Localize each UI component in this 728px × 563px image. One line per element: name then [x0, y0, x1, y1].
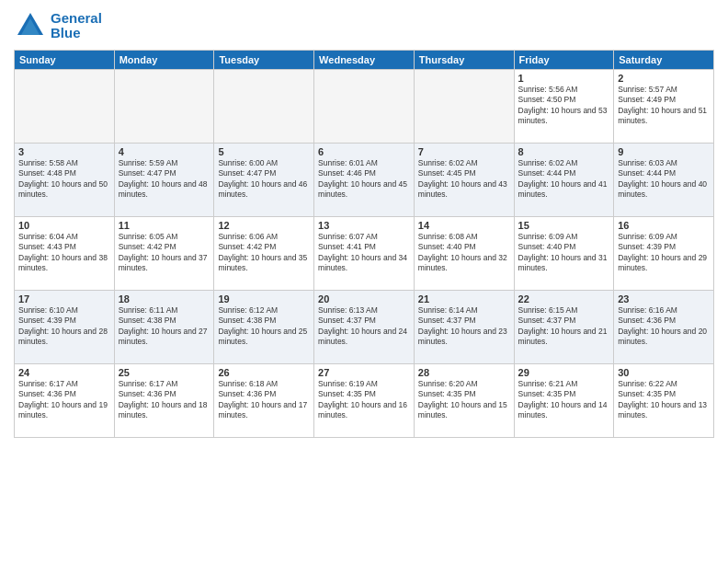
day-number: 13: [318, 220, 410, 231]
day-number: 15: [518, 220, 610, 231]
day-info: Sunrise: 6:09 AMSunset: 4:40 PMDaylight:…: [518, 232, 610, 274]
day-info: Sunrise: 6:11 AMSunset: 4:38 PMDaylight:…: [119, 305, 210, 348]
day-info: Sunrise: 6:00 AMSunset: 4:47 PMDaylight:…: [218, 158, 310, 201]
day-cell: [114, 70, 214, 144]
day-cell: 19Sunrise: 6:12 AMSunset: 4:38 PMDayligh…: [214, 291, 314, 364]
day-number: 4: [119, 146, 210, 157]
day-cell: 23Sunrise: 6:16 AMSunset: 4:36 PMDayligh…: [614, 291, 714, 364]
weekday-header-row: SundayMondayTuesdayWednesdayThursdayFrid…: [15, 51, 714, 70]
day-info: Sunrise: 6:02 AMSunset: 4:44 PMDaylight:…: [518, 158, 610, 201]
day-cell: 16Sunrise: 6:09 AMSunset: 4:39 PMDayligh…: [614, 217, 714, 291]
day-number: 9: [618, 146, 710, 157]
day-cell: 28Sunrise: 6:20 AMSunset: 4:35 PMDayligh…: [414, 364, 514, 438]
day-info: Sunrise: 6:02 AMSunset: 4:45 PMDaylight:…: [418, 158, 510, 201]
day-number: 18: [119, 293, 210, 304]
day-number: 22: [518, 293, 610, 304]
week-row-3: 10Sunrise: 6:04 AMSunset: 4:43 PMDayligh…: [15, 217, 714, 291]
day-cell: 29Sunrise: 6:21 AMSunset: 4:35 PMDayligh…: [514, 364, 614, 438]
day-number: 17: [18, 293, 110, 304]
day-cell: [214, 70, 314, 144]
day-cell: 9Sunrise: 6:03 AMSunset: 4:44 PMDaylight…: [614, 144, 714, 217]
day-info: Sunrise: 6:09 AMSunset: 4:39 PMDaylight:…: [618, 232, 710, 274]
weekday-tuesday: Tuesday: [214, 51, 314, 70]
weekday-friday: Friday: [514, 51, 614, 70]
day-number: 26: [218, 367, 310, 378]
day-cell: [414, 70, 514, 144]
day-cell: 26Sunrise: 6:18 AMSunset: 4:36 PMDayligh…: [214, 364, 314, 438]
day-number: 27: [318, 367, 410, 378]
day-info: Sunrise: 6:05 AMSunset: 4:42 PMDaylight:…: [119, 232, 210, 274]
week-row-5: 24Sunrise: 6:17 AMSunset: 4:36 PMDayligh…: [15, 364, 714, 438]
day-info: Sunrise: 5:56 AMSunset: 4:50 PMDaylight:…: [518, 85, 610, 127]
day-info: Sunrise: 6:07 AMSunset: 4:41 PMDaylight:…: [318, 232, 410, 274]
day-cell: 10Sunrise: 6:04 AMSunset: 4:43 PMDayligh…: [15, 217, 115, 291]
day-number: 20: [318, 293, 410, 304]
day-number: 16: [618, 220, 710, 231]
week-row-1: 1Sunrise: 5:56 AMSunset: 4:50 PMDaylight…: [15, 70, 714, 144]
day-number: 29: [518, 367, 610, 378]
day-cell: 18Sunrise: 6:11 AMSunset: 4:38 PMDayligh…: [114, 291, 214, 364]
day-cell: 12Sunrise: 6:06 AMSunset: 4:42 PMDayligh…: [214, 217, 314, 291]
day-number: 19: [218, 293, 310, 304]
day-number: 1: [518, 73, 610, 84]
day-number: 12: [218, 220, 310, 231]
day-info: Sunrise: 6:22 AMSunset: 4:35 PMDaylight:…: [618, 379, 710, 421]
day-info: Sunrise: 6:19 AMSunset: 4:35 PMDaylight:…: [318, 379, 410, 421]
weekday-wednesday: Wednesday: [314, 51, 415, 70]
calendar-table: SundayMondayTuesdayWednesdayThursdayFrid…: [14, 50, 714, 438]
day-number: 23: [618, 293, 710, 304]
day-info: Sunrise: 6:21 AMSunset: 4:35 PMDaylight:…: [518, 379, 610, 421]
day-cell: [15, 70, 115, 144]
day-number: 30: [618, 367, 710, 378]
day-cell: 25Sunrise: 6:17 AMSunset: 4:36 PMDayligh…: [114, 364, 214, 438]
day-cell: 4Sunrise: 5:59 AMSunset: 4:47 PMDaylight…: [114, 144, 214, 217]
logo-icon: [14, 9, 47, 42]
day-number: 7: [418, 146, 510, 157]
day-info: Sunrise: 5:58 AMSunset: 4:48 PMDaylight:…: [18, 158, 110, 201]
day-info: Sunrise: 6:01 AMSunset: 4:46 PMDaylight:…: [318, 158, 410, 201]
day-info: Sunrise: 6:17 AMSunset: 4:36 PMDaylight:…: [18, 379, 110, 421]
day-cell: 6Sunrise: 6:01 AMSunset: 4:46 PMDaylight…: [314, 144, 415, 217]
logo: General Blue: [14, 9, 102, 42]
day-info: Sunrise: 5:57 AMSunset: 4:49 PMDaylight:…: [618, 85, 710, 127]
page-header: General Blue: [14, 9, 714, 42]
day-info: Sunrise: 6:08 AMSunset: 4:40 PMDaylight:…: [418, 232, 510, 274]
weekday-thursday: Thursday: [414, 51, 514, 70]
day-cell: 5Sunrise: 6:00 AMSunset: 4:47 PMDaylight…: [214, 144, 314, 217]
page: General Blue SundayMondayTuesdayWednesda…: [0, 0, 728, 563]
day-cell: [314, 70, 415, 144]
day-cell: 20Sunrise: 6:13 AMSunset: 4:37 PMDayligh…: [314, 291, 415, 364]
day-number: 6: [318, 146, 410, 157]
day-cell: 24Sunrise: 6:17 AMSunset: 4:36 PMDayligh…: [15, 364, 115, 438]
day-number: 11: [119, 220, 210, 231]
day-info: Sunrise: 6:13 AMSunset: 4:37 PMDaylight:…: [318, 305, 410, 348]
week-row-2: 3Sunrise: 5:58 AMSunset: 4:48 PMDaylight…: [15, 144, 714, 217]
day-info: Sunrise: 6:15 AMSunset: 4:37 PMDaylight:…: [518, 305, 610, 348]
day-cell: 8Sunrise: 6:02 AMSunset: 4:44 PMDaylight…: [514, 144, 614, 217]
day-number: 8: [518, 146, 610, 157]
weekday-saturday: Saturday: [614, 51, 714, 70]
day-info: Sunrise: 6:14 AMSunset: 4:37 PMDaylight:…: [418, 305, 510, 348]
day-cell: 13Sunrise: 6:07 AMSunset: 4:41 PMDayligh…: [314, 217, 415, 291]
day-info: Sunrise: 6:18 AMSunset: 4:36 PMDaylight:…: [218, 379, 310, 421]
day-number: 28: [418, 367, 510, 378]
day-cell: 21Sunrise: 6:14 AMSunset: 4:37 PMDayligh…: [414, 291, 514, 364]
day-cell: 22Sunrise: 6:15 AMSunset: 4:37 PMDayligh…: [514, 291, 614, 364]
logo-text: General Blue: [51, 11, 102, 41]
day-number: 3: [18, 146, 110, 157]
day-info: Sunrise: 6:16 AMSunset: 4:36 PMDaylight:…: [618, 305, 710, 348]
day-number: 14: [418, 220, 510, 231]
day-cell: 15Sunrise: 6:09 AMSunset: 4:40 PMDayligh…: [514, 217, 614, 291]
day-number: 25: [119, 367, 210, 378]
day-info: Sunrise: 6:17 AMSunset: 4:36 PMDaylight:…: [119, 379, 210, 421]
day-info: Sunrise: 6:10 AMSunset: 4:39 PMDaylight:…: [18, 305, 110, 348]
week-row-4: 17Sunrise: 6:10 AMSunset: 4:39 PMDayligh…: [15, 291, 714, 364]
day-cell: 30Sunrise: 6:22 AMSunset: 4:35 PMDayligh…: [614, 364, 714, 438]
day-number: 24: [18, 367, 110, 378]
day-info: Sunrise: 6:03 AMSunset: 4:44 PMDaylight:…: [618, 158, 710, 201]
weekday-monday: Monday: [114, 51, 214, 70]
day-info: Sunrise: 6:04 AMSunset: 4:43 PMDaylight:…: [18, 232, 110, 274]
day-cell: 27Sunrise: 6:19 AMSunset: 4:35 PMDayligh…: [314, 364, 415, 438]
day-number: 2: [618, 73, 710, 84]
day-info: Sunrise: 6:20 AMSunset: 4:35 PMDaylight:…: [418, 379, 510, 421]
